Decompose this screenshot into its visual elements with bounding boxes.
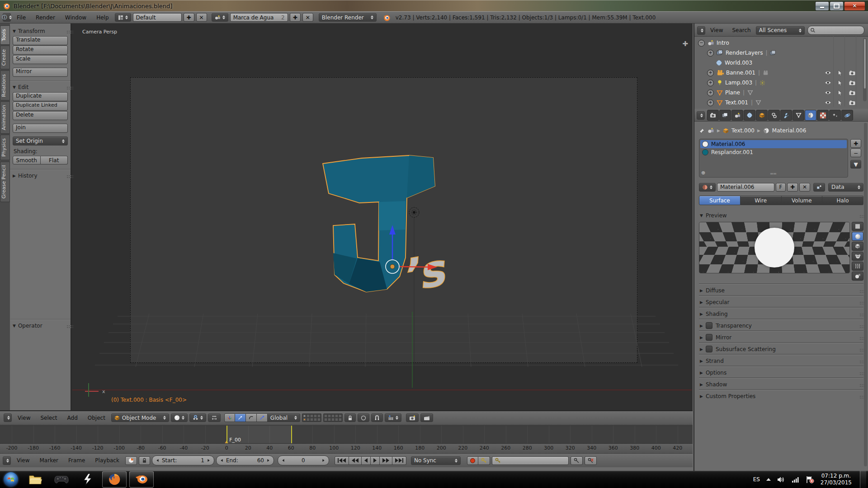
jump-to-start-button[interactable] xyxy=(335,456,349,465)
outliner-search-input[interactable] xyxy=(807,26,864,35)
tab-object-data[interactable] xyxy=(793,110,804,121)
diffuse-panel-header[interactable]: ▶Diffuse xyxy=(699,284,863,296)
render-opengl-anim-button[interactable] xyxy=(420,413,433,422)
delete-keyframe-button[interactable] xyxy=(585,456,597,465)
timeline-marker-label[interactable]: F_00 xyxy=(229,437,241,443)
browse-material-button[interactable] xyxy=(699,183,716,192)
history-panel-header[interactable]: ▶History xyxy=(13,173,68,179)
frame-start-field[interactable]: Start:1 xyxy=(152,455,214,465)
duplicate-linked-button[interactable]: Duplicate Linked xyxy=(13,102,68,111)
preview-sphere-button[interactable] xyxy=(852,232,863,241)
keying-set-field[interactable] xyxy=(492,456,569,465)
render-opengl-button[interactable] xyxy=(406,413,419,422)
tab-render[interactable] xyxy=(707,110,719,121)
menu-outliner-view[interactable]: View xyxy=(706,27,727,33)
layout-add-button[interactable]: ✚ xyxy=(184,13,194,22)
preview-world-sphere-button[interactable] xyxy=(852,272,863,281)
layer-cell[interactable] xyxy=(307,418,310,421)
layer-cell[interactable] xyxy=(303,414,306,418)
auto-keyframe-button[interactable] xyxy=(467,456,478,465)
viewport-shading-select[interactable] xyxy=(171,413,188,422)
layout-browse-button[interactable] xyxy=(115,13,131,22)
language-indicator[interactable]: ES xyxy=(753,476,760,483)
use-preview-range-button[interactable] xyxy=(125,456,137,465)
timeline-ruler[interactable]: -200-180-160-140-120-100-80-60-40-200204… xyxy=(0,443,693,453)
taskbar-gamepad-button[interactable] xyxy=(50,472,73,487)
outliner-row-text[interactable]: + Text.001 | xyxy=(698,98,868,108)
duplicate-button[interactable]: Duplicate xyxy=(13,92,68,101)
close-button[interactable]: ✕ xyxy=(844,1,865,11)
editor-type-properties-button[interactable] xyxy=(697,111,705,120)
tab-physics[interactable]: Physics xyxy=(0,135,10,160)
manipulator-rotate-toggle[interactable] xyxy=(246,413,257,422)
layer-cell[interactable] xyxy=(310,414,313,418)
pivot-point-select[interactable] xyxy=(189,413,206,422)
row-label[interactable]: RenderLayers xyxy=(726,50,763,56)
layer-cell[interactable] xyxy=(331,418,335,421)
editor-type-info-button[interactable]: ⓘ xyxy=(3,13,11,22)
mirror-panel-header[interactable]: ▶Mirror xyxy=(699,331,863,343)
row-label[interactable]: Text.001 xyxy=(725,99,748,106)
expand-icon[interactable]: + xyxy=(707,70,714,76)
outliner-scope-select[interactable]: All Scenes xyxy=(756,26,805,35)
outliner-scrollbar[interactable] xyxy=(863,38,867,101)
operator-panel-header[interactable]: ▼Operator xyxy=(13,323,68,329)
play-reverse-button[interactable] xyxy=(362,456,371,465)
layer-cell[interactable] xyxy=(324,414,327,418)
expand-icon[interactable]: + xyxy=(707,99,714,106)
properties-scrollbar[interactable] xyxy=(864,123,867,466)
tab-texture[interactable] xyxy=(817,110,829,121)
preview-flat-button[interactable] xyxy=(852,222,863,231)
scene-name-field[interactable]: Marca de Agua2 xyxy=(230,13,288,22)
list-resize-grip[interactable]: ══ xyxy=(770,171,777,176)
sss-checkbox[interactable] xyxy=(706,346,712,352)
material-slot-item[interactable]: Material.006 xyxy=(700,140,847,148)
menu-outliner-search[interactable]: Search xyxy=(728,27,755,33)
type-wire-button[interactable]: Wire xyxy=(741,196,782,205)
rotate-button[interactable]: Rotate xyxy=(13,46,68,55)
lock-frame-button[interactable] xyxy=(139,456,150,465)
volume-icon[interactable] xyxy=(777,476,785,483)
scene-lock-button[interactable] xyxy=(344,413,356,422)
transparency-panel-header[interactable]: ▶Transparency xyxy=(699,319,863,331)
material-crumb-icon[interactable] xyxy=(763,127,769,134)
manipulator-center-button[interactable] xyxy=(208,413,221,422)
outliner-row-lamp[interactable]: + Lamp.003 | xyxy=(698,78,868,88)
menu-help[interactable]: Help xyxy=(92,14,113,21)
pin-icon[interactable] xyxy=(699,128,705,134)
shading-panel-header[interactable]: ▶Shading xyxy=(699,308,863,319)
tab-tools[interactable]: Tools xyxy=(0,25,10,45)
menu-file[interactable]: File xyxy=(13,14,30,21)
expand-icon[interactable]: + xyxy=(707,89,714,96)
menu-object[interactable]: Object xyxy=(84,415,109,421)
snap-toggle-button[interactable] xyxy=(371,413,383,422)
snap-element-select[interactable] xyxy=(385,413,401,422)
tab-particles[interactable] xyxy=(829,110,841,121)
layer-cell[interactable] xyxy=(317,418,321,421)
hidden-icons-chevron[interactable] xyxy=(766,478,771,481)
menu-window[interactable]: Window xyxy=(61,14,90,21)
render-engine-select[interactable]: Blender Render xyxy=(319,13,377,22)
layer-cell[interactable] xyxy=(310,418,313,421)
mirror-checkbox[interactable] xyxy=(706,334,712,341)
increment-icon[interactable] xyxy=(208,459,209,462)
strand-panel-header[interactable]: ▶Strand xyxy=(699,355,863,366)
preview-monkey-button[interactable] xyxy=(852,252,863,261)
menu-add[interactable]: Add xyxy=(63,415,82,421)
renderability-camera-icon[interactable] xyxy=(849,70,855,75)
material-nodes-button[interactable] xyxy=(813,183,825,192)
menu-timeline-playback[interactable]: Playback xyxy=(91,457,123,464)
decrement-icon[interactable] xyxy=(221,459,222,462)
smooth-button[interactable]: Smooth xyxy=(13,156,41,164)
outliner-row-world[interactable]: World.003 xyxy=(698,58,868,68)
flat-button[interactable]: Flat xyxy=(41,156,68,164)
play-button[interactable] xyxy=(371,456,380,465)
shadow-panel-header[interactable]: ▶Shadow xyxy=(699,378,863,390)
layer-cell[interactable] xyxy=(335,418,338,421)
preview-panel-header[interactable]: ▼ Preview xyxy=(699,210,863,221)
current-frame-field[interactable]: 0 xyxy=(278,455,329,465)
editor-type-3dview-button[interactable] xyxy=(4,413,12,422)
increment-icon[interactable] xyxy=(322,459,324,462)
preview-cube-button[interactable] xyxy=(852,242,863,251)
region-expand-icon[interactable]: ✚ xyxy=(682,40,688,48)
